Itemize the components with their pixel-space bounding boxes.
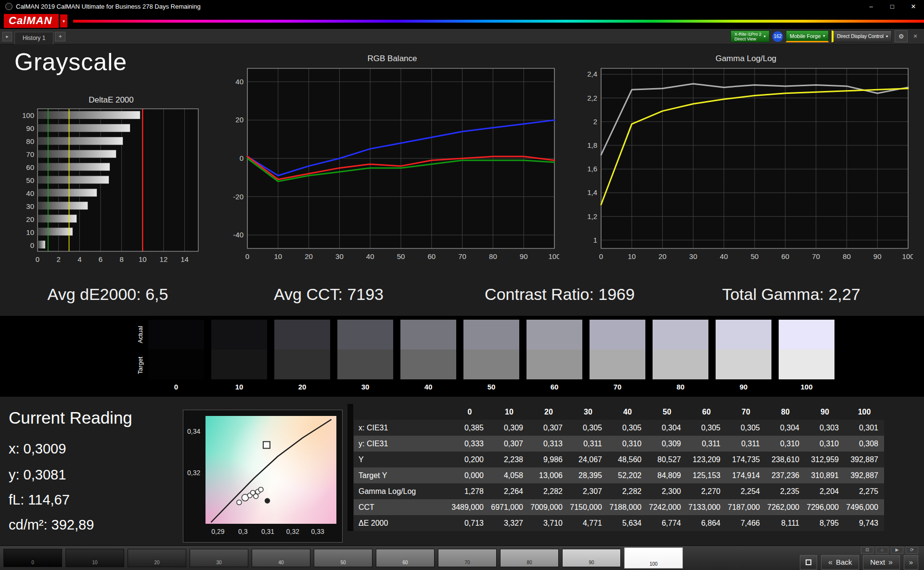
calman-logo[interactable]: CalMAN: [4, 14, 59, 28]
minimize-icon[interactable]: –: [860, 0, 882, 13]
table-col-header: 100: [845, 404, 884, 420]
measurement-point: [237, 500, 242, 505]
play-icon[interactable]: ▶: [891, 547, 903, 554]
page-title: Grayscale: [14, 48, 127, 76]
tab-scroll-icon[interactable]: ▸: [2, 32, 12, 41]
axis-tick-label: -20: [233, 193, 244, 201]
rainbow-strip: [73, 20, 924, 23]
axis-tick-label: 2: [56, 255, 60, 263]
swatch-label: 10: [211, 383, 267, 391]
table-cell: 2,238: [489, 452, 529, 467]
level-patch-90[interactable]: 90: [562, 549, 621, 567]
tab-bar: ▸ History 1 + X-Rite i1Pro 2 Direct View…: [0, 29, 924, 44]
add-tab-button[interactable]: +: [55, 32, 65, 41]
close-icon[interactable]: ✕: [903, 0, 924, 13]
rgb-balance-chart: RGB Balance 0102030405060708090100-40-20…: [225, 54, 559, 266]
next-label: Next: [870, 558, 885, 566]
table-col-header: 30: [568, 404, 608, 420]
table-cell: 9,743: [845, 515, 884, 531]
table-cell: 237,236: [766, 467, 805, 483]
meter-select-button[interactable]: X-Rite i1Pro 2 Direct View ▾: [731, 30, 770, 42]
table-cell: 0,385: [450, 420, 489, 436]
grayscale-swatch: 40: [400, 320, 456, 391]
table-col-header: 60: [687, 404, 726, 420]
meter-count-badge[interactable]: 162: [772, 31, 783, 42]
back-arrow-icon: «: [828, 558, 833, 567]
grayscale-swatch: 10: [211, 320, 267, 391]
level-patch-20[interactable]: 20: [128, 549, 186, 567]
axis-tick-label: 70: [26, 150, 34, 158]
swatch-target-patch: [463, 350, 519, 379]
deltae-2000-chart: DeltaE 2000 0246810121410090807060504030…: [17, 95, 205, 268]
display-control-button[interactable]: Direct Display Control ▾: [832, 30, 892, 42]
table-cell: 5,634: [608, 515, 647, 531]
table-cell: 0,308: [845, 436, 884, 452]
axis-tick-label: 80: [26, 137, 34, 145]
grayscale-swatch: 70: [590, 320, 645, 391]
logo-dropdown-icon[interactable]: ▾: [60, 14, 67, 27]
level-patch-40[interactable]: 40: [252, 549, 310, 567]
table-cell: 0,000: [450, 467, 489, 483]
tab-history-1[interactable]: History 1: [14, 32, 53, 44]
table-cell: 0,311: [568, 436, 608, 452]
next-button[interactable]: Next »: [863, 555, 900, 570]
source-select-button[interactable]: Mobile Forge ▾: [786, 30, 829, 42]
level-patch-70[interactable]: 70: [438, 549, 497, 567]
table-cell: 0,309: [647, 436, 687, 452]
next-arrow-icon: »: [888, 558, 893, 567]
reading-x: x: 0,3009: [9, 441, 66, 457]
axis-tick-label: 2,4: [587, 70, 597, 78]
level-patch-100[interactable]: 100: [624, 547, 683, 569]
grayscale-swatch: 100: [779, 320, 834, 391]
table-cell: 8,795: [805, 515, 845, 531]
back-button[interactable]: « Back: [821, 555, 859, 570]
axis-tick-label: 30: [26, 202, 34, 210]
cie-x-tick-label: 0,33: [311, 528, 324, 535]
swatch-actual-patch: [337, 320, 393, 350]
deltae-bar: [38, 124, 130, 132]
table-cell: 2,264: [489, 483, 529, 499]
swatch-actual-patch: [211, 320, 267, 350]
workspace-close-icon[interactable]: ✕: [911, 32, 920, 41]
display-icon[interactable]: ⊡: [861, 547, 873, 554]
table-corner: [354, 404, 450, 420]
swatch-label: 50: [463, 383, 519, 391]
table-cell: 4,058: [489, 467, 529, 483]
table-cell: 174,914: [726, 467, 766, 483]
table-cell: 0,301: [845, 420, 884, 436]
axis-tick-label: 1,8: [587, 141, 597, 149]
table-cell: 2,235: [766, 483, 805, 499]
level-patch-50[interactable]: 50: [314, 549, 372, 567]
table-cell: 2,300: [647, 483, 687, 499]
home-icon[interactable]: ⌂: [876, 547, 888, 554]
tab-history-label: History 1: [23, 35, 45, 41]
table-cell: 0,304: [766, 420, 805, 436]
level-patch-60[interactable]: 60: [376, 549, 435, 567]
chevron-down-icon: ▾: [886, 34, 888, 39]
table-cell: 0,303: [805, 420, 845, 436]
level-patch-10[interactable]: 10: [65, 549, 124, 567]
gear-icon[interactable]: ⚙: [895, 30, 908, 42]
level-patch-30[interactable]: 30: [190, 549, 248, 567]
axis-tick-label: 0: [36, 255, 39, 263]
refresh-icon[interactable]: ⟳: [906, 547, 918, 554]
axis-tick-label: 1: [593, 236, 597, 244]
fast-forward-icon[interactable]: »: [904, 555, 918, 570]
deltae-bar: [38, 215, 77, 223]
maximize-icon[interactable]: □: [882, 0, 903, 13]
meter-line1: X-Rite i1Pro 2: [734, 32, 761, 37]
stop-button[interactable]: [800, 555, 817, 570]
level-patch-80[interactable]: 80: [500, 549, 559, 567]
table-cell: 238,610: [766, 452, 805, 467]
table-scrollbar[interactable]: [347, 404, 353, 531]
chevron-down-icon: ▾: [764, 34, 766, 39]
gamma-log-log-chart: Gamma Log/Log 010203040506070809010011,2…: [579, 54, 913, 266]
level-patch-0[interactable]: 0: [3, 549, 62, 567]
table-col-header: 0: [450, 404, 489, 420]
swatch-actual-patch: [400, 320, 456, 350]
deltae-bar: [38, 150, 116, 158]
current-reading-title: Current Reading: [9, 408, 132, 428]
mini-icon-row: ⊡⌂▶⟳: [861, 547, 918, 554]
bottom-bar: 0102030405060708090100 ⊡⌂▶⟳ « Back Next …: [0, 545, 924, 570]
table-cell: 392,887: [845, 452, 884, 467]
